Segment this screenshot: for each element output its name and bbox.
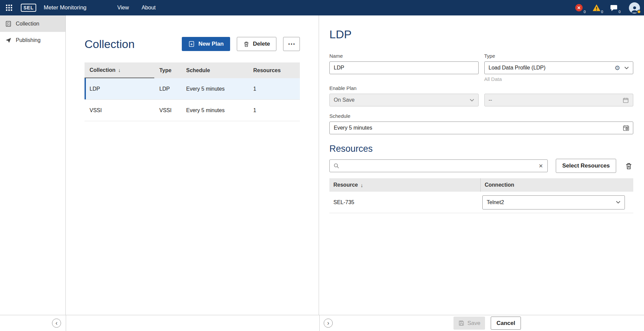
topbar-status-area: ✕ 0 0 0 — [575, 2, 640, 13]
column-header-connection[interactable]: Connection — [480, 178, 633, 192]
schedule-label: Schedule — [329, 113, 633, 119]
message-status-icon[interactable]: 0 — [609, 3, 618, 12]
column-header-collection[interactable]: Collection ↓ — [85, 62, 154, 78]
sidebar-item-publishing[interactable]: Publishing — [0, 32, 65, 48]
calendar-icon — [623, 97, 629, 103]
chevron-right-icon: › — [327, 320, 329, 326]
column-label: Collection — [90, 67, 115, 73]
chevron-down-icon — [470, 99, 474, 102]
cell-collection: VSSI — [85, 107, 154, 113]
warning-triangle-icon — [592, 4, 601, 12]
enable-plan-selected-value: On Save — [334, 97, 466, 103]
gear-icon[interactable]: ⚙ — [614, 65, 620, 71]
connection-select[interactable]: Telnet2 — [482, 195, 625, 209]
save-label: Save — [468, 320, 481, 327]
name-field[interactable] — [329, 61, 479, 74]
footer-list-section — [66, 315, 320, 331]
chevron-down-icon — [616, 201, 621, 204]
save-floppy-icon — [458, 320, 465, 326]
enable-plan-date-group: -- — [484, 85, 634, 106]
new-plan-label: New Plan — [198, 41, 224, 47]
avatar[interactable] — [629, 2, 640, 13]
enable-plan-field-group: Enable Plan On Save — [329, 85, 479, 106]
collection-checklist-icon — [5, 20, 12, 27]
trash-icon — [625, 162, 633, 170]
publishing-paper-plane-icon — [5, 37, 12, 44]
remove-resource-button[interactable] — [624, 161, 633, 171]
cell-type: LDP — [154, 86, 181, 92]
resource-search-input[interactable] — [342, 163, 535, 169]
avatar-presence-badge — [637, 10, 641, 14]
cell-schedule: Every 5 minutes — [181, 107, 248, 113]
menu-view[interactable]: View — [117, 3, 129, 12]
type-select[interactable]: Load Data Profile (LDP) ⚙ — [484, 61, 634, 74]
new-plan-button[interactable]: New Plan — [182, 37, 230, 51]
message-count: 0 — [619, 10, 621, 14]
column-header-schedule[interactable]: Schedule — [181, 62, 248, 78]
resources-toolbar: ✕ Select Resources — [329, 159, 633, 173]
column-label: Resource — [333, 182, 358, 188]
cell-type: VSSI — [154, 107, 181, 113]
enable-plan-select[interactable]: On Save — [329, 94, 479, 106]
page: SEL Meter Monitoring View About ✕ 0 0 — [0, 0, 644, 331]
cell-resources: 1 — [248, 86, 300, 92]
save-button[interactable]: Save — [453, 317, 485, 330]
sort-descending-icon: ↓ — [118, 67, 121, 73]
error-count: 0 — [584, 10, 586, 14]
trash-icon — [243, 41, 250, 47]
sidebar-item-label: Publishing — [16, 37, 41, 43]
cancel-button[interactable]: Cancel — [491, 317, 521, 330]
collection-table-header: Collection ↓ Type Schedule Resources — [85, 62, 300, 78]
apps-grid-icon[interactable] — [5, 3, 13, 12]
more-options-button[interactable]: ⋯ — [283, 37, 300, 51]
sel-logo[interactable]: SEL — [21, 4, 36, 12]
footer-detail-section: › Save Cancel — [320, 315, 644, 331]
calendar-clock-icon[interactable] — [623, 125, 630, 132]
cell-resource: SEL-735 — [329, 199, 480, 205]
enable-plan-date-field[interactable]: -- — [484, 94, 634, 106]
plan-form-row-2: Enable Plan On Save -- — [329, 85, 633, 106]
expand-panel-button[interactable]: › — [324, 319, 333, 328]
delete-button[interactable]: Delete — [237, 37, 276, 51]
error-circle-x-icon: ✕ — [575, 4, 583, 11]
type-selected-value: Load Data Profile (LDP) — [489, 65, 610, 71]
collection-list-panel: Collection New Plan Delete — [66, 15, 319, 315]
select-resources-button[interactable]: Select Resources — [556, 159, 616, 173]
collapse-sidebar-button[interactable]: ‹ — [52, 319, 61, 328]
select-resources-label: Select Resources — [562, 162, 610, 169]
resources-table: Resource ↓ Connection SEL-735 Telnet2 — [329, 178, 633, 213]
enable-plan-date-value: -- — [489, 97, 619, 103]
column-header-type[interactable]: Type — [154, 62, 181, 78]
chevron-down-icon — [624, 66, 629, 69]
sidebar-item-collection[interactable]: Collection — [0, 15, 65, 32]
collection-table: Collection ↓ Type Schedule Resources LDP — [85, 62, 300, 121]
resource-row-sel-735[interactable]: SEL-735 Telnet2 — [329, 192, 633, 213]
enable-plan-label: Enable Plan — [329, 85, 479, 91]
column-header-resource[interactable]: Resource ↓ — [329, 178, 480, 192]
resources-table-header: Resource ↓ Connection — [329, 178, 633, 192]
warning-status-icon[interactable]: 0 — [592, 3, 601, 12]
app-title: Meter Monitoring — [44, 4, 87, 11]
plan-detail-panel: LDP Name Type Load Data Profile (LDP) ⚙ — [319, 15, 644, 315]
schedule-input-wrap — [329, 122, 633, 134]
column-label: Connection — [485, 182, 514, 188]
clear-search-button[interactable]: ✕ — [538, 163, 544, 169]
collection-toolbar: New Plan Delete ⋯ — [182, 37, 300, 51]
cell-schedule: Every 5 minutes — [181, 86, 248, 92]
column-header-resources[interactable]: Resources — [248, 62, 300, 78]
sidebar-item-label: Collection — [16, 21, 39, 27]
connection-selected-value: Telnet2 — [487, 199, 612, 205]
resources-section-title: Resources — [329, 144, 633, 154]
collection-panel-header: Collection New Plan Delete — [85, 37, 300, 51]
error-status-icon[interactable]: ✕ 0 — [575, 3, 583, 12]
topbar: SEL Meter Monitoring View About ✕ 0 0 — [0, 0, 644, 15]
plan-title: LDP — [329, 28, 633, 41]
name-label: Name — [329, 53, 479, 59]
table-row-vssi[interactable]: VSSI VSSI Every 5 minutes 1 — [85, 100, 300, 121]
cell-collection: LDP — [85, 86, 154, 92]
table-row-ldp[interactable]: LDP LDP Every 5 minutes 1 — [85, 78, 300, 100]
apps-grid-glyph — [5, 4, 13, 11]
delete-label: Delete — [253, 41, 270, 47]
menu-about[interactable]: About — [141, 3, 156, 12]
schedule-field[interactable] — [329, 122, 633, 134]
